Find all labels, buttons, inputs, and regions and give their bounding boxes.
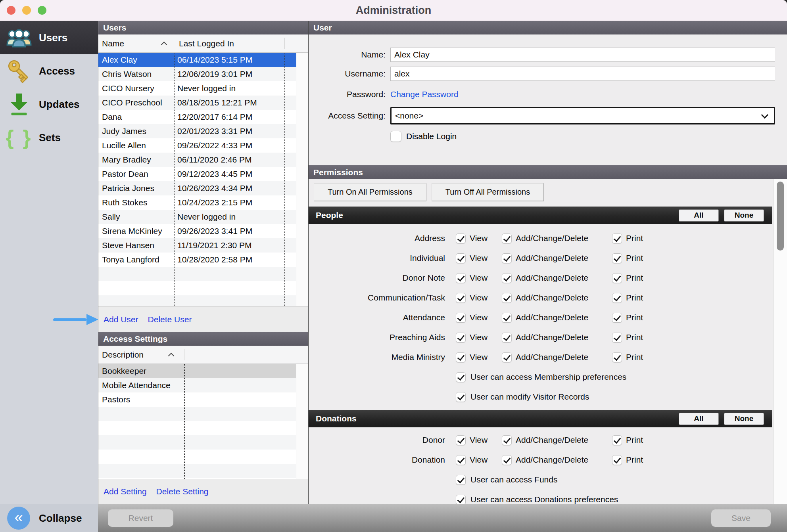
add-setting-link[interactable]: Add Setting <box>104 487 147 496</box>
user-last-login-cell: 12/20/2017 6:14 PM <box>174 112 284 122</box>
disable-login-checkbox[interactable] <box>390 131 401 142</box>
permission-row: Media Ministry View Add/Change/Delete Pr… <box>309 347 787 367</box>
permissions-scrollbar-thumb[interactable] <box>777 182 784 251</box>
view-checkbox[interactable] <box>456 352 466 362</box>
sidebar-item-sets[interactable]: { } Sets <box>0 121 98 154</box>
delete-user-link[interactable]: Delete User <box>148 315 192 324</box>
print-checkbox[interactable] <box>612 233 622 243</box>
print-checkbox[interactable] <box>612 293 622 303</box>
annotation-arrow-icon <box>53 314 98 325</box>
permission-label: Media Ministry <box>309 352 445 362</box>
extra-permission-checkbox[interactable] <box>456 495 466 505</box>
access-setting-value: <none> <box>395 111 423 121</box>
add-user-link[interactable]: Add User <box>104 315 138 324</box>
user-row[interactable]: Mary Bradley 06/11/2020 2:46 PM <box>98 153 296 167</box>
view-checkbox[interactable] <box>456 233 466 243</box>
extra-permission-label: User can modify Visitor Records <box>470 392 589 402</box>
add-change-delete-checkbox[interactable] <box>502 273 512 283</box>
collapse-chevrons-icon: « <box>14 510 23 525</box>
add-change-delete-checkbox[interactable] <box>502 233 512 243</box>
donations-none-button[interactable]: None <box>724 413 764 425</box>
users-col-name[interactable]: Name <box>98 39 162 48</box>
users-col-last-logged-in[interactable]: Last Logged In <box>166 39 234 48</box>
add-change-delete-checkbox[interactable] <box>502 455 512 465</box>
print-checkbox[interactable] <box>612 352 622 362</box>
user-row[interactable]: CICO Nursery Never logged in <box>98 81 296 96</box>
save-button[interactable]: Save <box>711 509 771 527</box>
user-row[interactable]: Tonya Langford 10/28/2020 2:58 PM <box>98 253 296 267</box>
revert-button[interactable]: Revert <box>108 509 173 527</box>
add-change-delete-checkbox[interactable] <box>502 333 512 343</box>
user-row[interactable]: Patricia Jones 10/26/2023 4:34 PM <box>98 181 296 195</box>
view-checkbox[interactable] <box>456 273 466 283</box>
user-row[interactable]: Alex Clay 06/14/2023 5:15 PM <box>98 53 296 67</box>
sidebar-item-access[interactable]: Access <box>0 54 98 88</box>
donations-all-button[interactable]: All <box>679 413 719 425</box>
access-setting-row[interactable]: Mobile Attendance <box>98 378 296 392</box>
add-change-delete-checkbox[interactable] <box>502 352 512 362</box>
users-table-header: Name Last Logged In <box>98 34 308 53</box>
user-row[interactable]: Dana 12/20/2017 6:14 PM <box>98 110 296 124</box>
view-checkbox[interactable] <box>456 435 466 445</box>
permissions-scrollbar-track[interactable] <box>774 179 787 532</box>
print-checkbox[interactable] <box>612 313 622 323</box>
access-setting-row[interactable]: Pastors <box>98 392 296 407</box>
people-all-button[interactable]: All <box>679 209 719 222</box>
user-last-login-cell: 10/28/2020 2:58 PM <box>174 255 284 264</box>
user-row[interactable]: Sally Never logged in <box>98 210 296 224</box>
name-field[interactable] <box>390 48 775 62</box>
sidebar-label-sets: Sets <box>39 132 61 144</box>
access-description-cell: Bookkeeper <box>98 366 184 376</box>
change-password-link[interactable]: Change Password <box>390 90 775 99</box>
sidebar-item-updates[interactable]: Updates <box>0 88 98 121</box>
view-checkbox[interactable] <box>456 333 466 343</box>
access-setting-row[interactable]: Bookkeeper <box>98 364 296 378</box>
permissions-body: Turn On All Permissions Turn Off All Per… <box>309 179 787 532</box>
view-checkbox[interactable] <box>456 313 466 323</box>
access-setting-select[interactable]: <none> <box>390 107 775 124</box>
add-change-delete-checkbox[interactable] <box>502 435 512 445</box>
user-name-cell: Lucille Allen <box>98 141 174 150</box>
turn-off-all-permissions-button[interactable]: Turn Off All Permissions <box>432 183 544 201</box>
add-change-delete-checkbox[interactable] <box>502 293 512 303</box>
permission-row: Communication/Task View Add/Change/Delet… <box>309 288 787 308</box>
user-row[interactable]: CICO Preschool 08/18/2015 12:21 PM <box>98 96 296 110</box>
view-checkbox[interactable] <box>456 293 466 303</box>
download-icon <box>5 92 33 117</box>
user-row[interactable]: Chris Watson 12/06/2019 3:01 PM <box>98 67 296 81</box>
permission-label: Attendance <box>309 313 445 322</box>
disable-login-label: Disable Login <box>406 132 457 141</box>
turn-on-all-permissions-button[interactable]: Turn On All Permissions <box>314 183 426 201</box>
print-checkbox[interactable] <box>612 333 622 343</box>
access-col-description[interactable]: Description <box>98 350 169 360</box>
username-label: Username: <box>309 69 386 78</box>
print-checkbox[interactable] <box>612 455 622 465</box>
print-checkbox[interactable] <box>612 435 622 445</box>
user-row[interactable]: Sirena McKinley 09/26/2023 3:41 PM <box>98 224 296 238</box>
delete-setting-link[interactable]: Delete Setting <box>156 487 209 496</box>
users-table-rows: Alex Clay 06/14/2023 5:15 PM Chris Watso… <box>98 53 296 267</box>
access-table-rows: Bookkeeper Mobile Attendance Pastors <box>98 364 296 407</box>
user-name-cell: Sally <box>98 212 174 222</box>
user-name-cell: Steve Hansen <box>98 241 174 250</box>
print-checkbox[interactable] <box>612 273 622 283</box>
permission-label: Communication/Task <box>309 293 445 302</box>
sidebar-item-users[interactable]: Users <box>0 21 98 54</box>
username-field[interactable] <box>390 67 775 81</box>
view-checkbox[interactable] <box>456 455 466 465</box>
add-change-delete-checkbox[interactable] <box>502 313 512 323</box>
extra-permission-checkbox[interactable] <box>456 475 466 485</box>
extra-permission-checkbox[interactable] <box>456 392 466 402</box>
collapse-button[interactable]: « <box>7 507 30 530</box>
user-row[interactable]: Judy James 02/01/2023 3:31 PM <box>98 124 296 138</box>
user-row[interactable]: Steve Hansen 11/19/2021 2:30 PM <box>98 238 296 253</box>
user-row[interactable]: Lucille Allen 09/26/2022 4:33 PM <box>98 138 296 153</box>
user-row[interactable]: Pastor Dean 09/12/2023 4:45 PM <box>98 167 296 181</box>
print-checkbox[interactable] <box>612 253 622 263</box>
people-none-button[interactable]: None <box>724 209 764 222</box>
add-change-delete-checkbox[interactable] <box>502 253 512 263</box>
permission-row: Donation View Add/Change/Delete Print <box>309 450 787 470</box>
view-checkbox[interactable] <box>456 253 466 263</box>
user-row[interactable]: Ruth Stokes 10/24/2023 2:15 PM <box>98 195 296 210</box>
extra-permission-checkbox[interactable] <box>456 372 466 382</box>
